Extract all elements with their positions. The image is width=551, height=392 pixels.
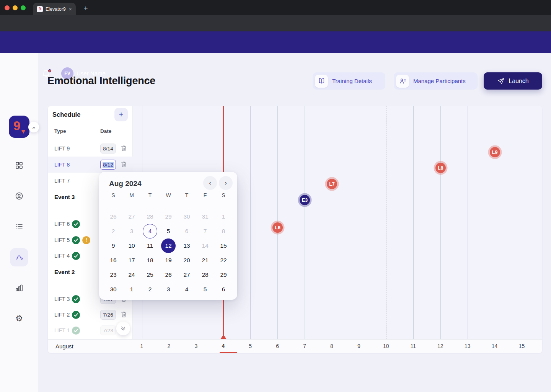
calendar-day[interactable]: 29: [216, 268, 231, 282]
date-field[interactable]: 8/12: [100, 160, 116, 170]
launch-button[interactable]: Launch: [484, 72, 542, 90]
completed-check-icon: [72, 252, 80, 260]
axis-month-label: August: [55, 340, 73, 353]
calendar-day[interactable]: 16: [106, 253, 121, 268]
page-title: Emotional Intelligence: [47, 75, 155, 87]
schedule-row[interactable]: LIFT 98/14: [48, 140, 133, 157]
date-field[interactable]: 8/14: [100, 144, 116, 154]
window-close-button[interactable]: [5, 5, 10, 10]
new-tab-button[interactable]: +: [81, 4, 90, 13]
axis-tick: 8: [324, 340, 339, 353]
weekday-label: T: [143, 192, 157, 198]
date-field[interactable]: 7/26: [100, 310, 116, 320]
sidebar-item-reports-icon[interactable]: [15, 283, 24, 292]
calendar-day[interactable]: 24: [124, 268, 139, 282]
today-triangle-icon: [220, 335, 227, 339]
calendar-day[interactable]: 6: [216, 282, 231, 297]
window-zoom-button[interactable]: [21, 5, 26, 10]
completed-check-icon: [72, 311, 80, 319]
window-minimize-button[interactable]: [13, 5, 18, 10]
calendar-day[interactable]: 31: [198, 209, 212, 224]
delete-row-icon[interactable]: [120, 161, 127, 168]
calendar-day[interactable]: 8: [216, 224, 231, 238]
delete-row-icon[interactable]: [120, 145, 127, 152]
app-logo[interactable]: 9: [9, 116, 29, 138]
calendar-day[interactable]: 26: [106, 209, 121, 224]
calendar-day[interactable]: 11: [143, 238, 157, 253]
calendar-day[interactable]: 26: [161, 268, 176, 282]
timeline-marker-l9[interactable]: L9: [490, 147, 500, 157]
calendar-day[interactable]: 19: [161, 253, 176, 268]
calendar-day[interactable]: 3: [124, 224, 139, 238]
calendar-day[interactable]: 14: [198, 238, 212, 253]
calendar-day[interactable]: 18: [143, 253, 157, 268]
date-column-header: Date: [100, 128, 111, 134]
training-details-button[interactable]: Training Details: [313, 72, 385, 90]
sidebar-item-settings-gear-icon[interactable]: ⚙: [15, 314, 24, 323]
calendar-month-label: Aug 2024: [109, 180, 141, 188]
logo-triangle: [21, 130, 25, 134]
calendar-day[interactable]: 28: [198, 268, 212, 282]
weekday-label: S: [216, 192, 231, 198]
sidebar-item-profile-icon[interactable]: [15, 191, 24, 201]
calendar-day[interactable]: 27: [124, 209, 139, 224]
calendar-day[interactable]: 23: [106, 268, 121, 282]
calendar-day[interactable]: 21: [198, 253, 212, 268]
axis-tick: 1: [134, 340, 150, 353]
calendar-day[interactable]: 22: [216, 253, 231, 268]
sidebar-item-journey-icon[interactable]: [15, 253, 24, 262]
calendar-day[interactable]: 29: [161, 209, 176, 224]
completed-check-icon: [72, 236, 80, 244]
title-menu-ellipsis[interactable]: ⋯: [145, 77, 153, 85]
calendar-next-button[interactable]: ›: [219, 176, 233, 190]
calendar-day[interactable]: 10: [124, 238, 139, 253]
lift-type-label: LIFT 7: [54, 178, 70, 184]
schedule-row[interactable]: LIFT 27/26: [48, 307, 133, 323]
calendar-day[interactable]: 1: [124, 282, 139, 297]
calendar-day[interactable]: 3: [161, 282, 176, 297]
calendar-day[interactable]: 25: [143, 268, 157, 282]
date-field[interactable]: 7/23: [100, 325, 116, 335]
lift-type-label: LIFT 6: [54, 221, 70, 227]
calendar-day[interactable]: 7: [198, 224, 212, 238]
calendar-day[interactable]: 4: [179, 282, 194, 297]
add-schedule-button[interactable]: +: [114, 108, 128, 121]
sidebar-item-dashboard-icon[interactable]: [15, 161, 24, 170]
tab-close-icon[interactable]: ×: [69, 6, 72, 12]
calendar-day-selected[interactable]: 12: [161, 238, 176, 253]
axis-tick: 10: [378, 340, 394, 353]
calendar-day[interactable]: 27: [179, 268, 194, 282]
calendar-day[interactable]: 6: [179, 224, 194, 238]
day-gridline: [413, 106, 414, 339]
calendar-day[interactable]: 1: [216, 209, 231, 224]
calendar-day[interactable]: 2: [143, 282, 157, 297]
schedule-row[interactable]: LIFT 88/12: [48, 157, 133, 173]
axis-tick: 9: [351, 340, 367, 353]
weekday-label: W: [161, 192, 176, 198]
date-picker-popup: Aug 2024 ‹ › SMTWTFS 2627282930311234567…: [99, 172, 237, 300]
browser-tab[interactable]: 9 Elevator9 ×: [33, 3, 76, 15]
calendar-day[interactable]: 17: [124, 253, 139, 268]
sidebar-item-list-icon[interactable]: [15, 222, 24, 231]
calendar-day[interactable]: 15: [216, 238, 231, 253]
calendar-day-today[interactable]: 4: [143, 224, 157, 238]
calendar-day[interactable]: 9: [106, 238, 121, 253]
calendar-prev-button[interactable]: ‹: [203, 176, 217, 190]
sidebar-expand-button[interactable]: »: [28, 122, 39, 132]
calendar-day[interactable]: 20: [179, 253, 194, 268]
calendar-day[interactable]: 30: [179, 209, 194, 224]
scroll-more-button[interactable]: [116, 322, 130, 335]
delete-row-icon[interactable]: [120, 311, 127, 318]
timeline-marker-l6[interactable]: L6: [272, 222, 283, 233]
timeline-marker-l7[interactable]: L7: [327, 179, 337, 189]
calendar-day[interactable]: 28: [143, 209, 157, 224]
manage-participants-button[interactable]: Manage Participants: [394, 72, 478, 90]
calendar-day[interactable]: 5: [198, 282, 212, 297]
calendar-day[interactable]: 13: [179, 238, 194, 253]
book-icon: [315, 75, 328, 88]
calendar-day[interactable]: 5: [161, 224, 176, 238]
calendar-day[interactable]: 2: [106, 224, 121, 238]
calendar-day[interactable]: 30: [106, 282, 121, 297]
timeline-marker-e3[interactable]: E3: [300, 195, 310, 205]
timeline-marker-l8[interactable]: L8: [435, 163, 446, 173]
